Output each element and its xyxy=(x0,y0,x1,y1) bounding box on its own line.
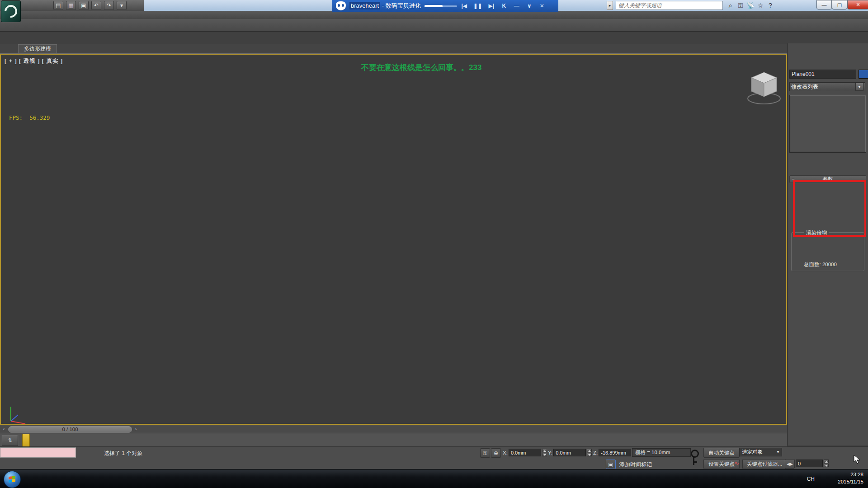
clock-time: 23:28 xyxy=(818,471,863,478)
grid-spacing-readout: 栅格 = 10.0mm xyxy=(632,448,691,457)
chevron-down-icon: ▼ xyxy=(776,450,780,454)
3dsmax-logo-icon xyxy=(2,2,19,20)
3dsmax-application-window: ▤▦▣↶↷▾ braveheart - 数码宝贝进化 |◀❚❚▶|K—∨✕ ▸ … xyxy=(0,0,868,488)
x-coord-field[interactable]: 0.0mm xyxy=(509,449,541,456)
modifier-list-label: 修改器列表 xyxy=(791,83,818,91)
search-binoculars-icon[interactable]: ⌕ xyxy=(726,1,736,10)
next-button[interactable]: ▶| xyxy=(488,3,495,9)
track-next-icon[interactable]: › xyxy=(133,426,139,432)
selection-prompt: 选择了 1 个对象 xyxy=(104,450,142,457)
minimize-button[interactable]: — xyxy=(513,3,520,9)
key-filters-curve-icon[interactable]: ∿ xyxy=(734,460,739,467)
object-color-swatch[interactable] xyxy=(859,70,868,79)
foobar-volume-slider[interactable] xyxy=(425,5,457,7)
y-coord-label: Y: xyxy=(548,450,552,455)
ribbon-panel-row: 多边形建模 xyxy=(0,44,868,54)
absolute-offset-toggle-icon[interactable]: ⊕ xyxy=(491,448,501,458)
y-spinner[interactable] xyxy=(587,449,592,456)
start-button[interactable] xyxy=(4,471,21,488)
key-step-icon[interactable]: ◀▶ xyxy=(785,459,795,469)
frame-slider[interactable] xyxy=(22,434,30,447)
close-button[interactable]: ✕ xyxy=(847,0,868,9)
foobar-skull-icon xyxy=(336,1,346,10)
y-coord-field[interactable]: 0.0mm xyxy=(553,449,586,456)
search-input[interactable] xyxy=(616,1,723,10)
viewcube[interactable] xyxy=(745,69,783,109)
x-coord-label: X: xyxy=(503,450,508,455)
help-icon[interactable]: ? xyxy=(765,1,775,10)
z-coord-label: Z: xyxy=(593,450,598,455)
viewport-scene xyxy=(1,55,786,424)
foobar2000-minibar: braveheart - 数码宝贝进化 |◀❚❚▶|K—∨✕ xyxy=(332,0,558,12)
search-expander-icon[interactable]: ▸ xyxy=(607,1,613,10)
total-faces-label: 总面数: 20000 xyxy=(804,261,837,268)
pause-button[interactable]: ❚❚ xyxy=(473,3,482,9)
viewport-fps: FPS: 56.329 xyxy=(9,114,50,121)
selection-set-dropdown[interactable]: 选定对象▼ xyxy=(740,448,782,456)
minimize-button[interactable]: — xyxy=(816,0,832,9)
application-menu-button[interactable] xyxy=(1,0,21,22)
mini-track-toggle-icon[interactable]: ⇅ xyxy=(2,435,18,446)
restore-button[interactable]: ▢ xyxy=(832,0,847,9)
language-indicator[interactable]: CH xyxy=(807,476,815,482)
save-file-icon[interactable]: ▣ xyxy=(79,1,89,10)
open-file-icon[interactable]: ▦ xyxy=(66,1,76,10)
frame-spinner[interactable] xyxy=(824,460,829,467)
viewport-label[interactable]: [ + ] [ 透视 ] [ 真实 ] xyxy=(5,57,63,65)
object-name-field[interactable]: Plane001 xyxy=(789,70,856,79)
key-icon[interactable]: ⚿ xyxy=(736,1,745,10)
clock-date: 2015/11/15 xyxy=(818,478,863,485)
close-button[interactable]: ✕ xyxy=(538,3,546,9)
modifier-list-dropdown[interactable]: 修改器列表 ▼ xyxy=(789,82,865,91)
isolate-selection-icon[interactable]: ▣ xyxy=(606,460,616,469)
windows-flag-icon xyxy=(9,476,16,483)
time-slider-ruler[interactable]: ⇅ xyxy=(0,433,787,447)
auto-key-button[interactable]: 自动关键点 xyxy=(703,448,740,458)
taskbar-clock[interactable]: 23:28 2015/11/15 xyxy=(818,471,866,485)
previous-button[interactable]: |◀ xyxy=(461,3,468,9)
command-panel: Plane001 修改器列表 ▼ −参数 渲染倍增 总面数: 20000 xyxy=(787,43,868,446)
infocenter-search: ▸ ⌕⚿📡☆? xyxy=(607,0,775,10)
status-bar: 选择了 1 个对象 ⚿ ⊕ X: 0.0mm Y: 0.0mm Z: -16.8… xyxy=(0,446,868,469)
main-toolbar xyxy=(0,19,868,32)
annotation-note-top: 不要在意这根线是怎么回事。。233 xyxy=(361,62,481,73)
mouse-cursor xyxy=(854,455,861,466)
qat-dropdown-icon[interactable]: ▾ xyxy=(117,1,127,10)
selection-lock-icon[interactable]: ⚿ xyxy=(480,448,490,458)
communication-center-icon[interactable]: 📡 xyxy=(745,1,755,10)
world-axis-tripod xyxy=(5,403,32,427)
red-highlight-rectangle xyxy=(793,180,866,237)
add-time-tag[interactable]: 添加时间标记 xyxy=(619,461,652,469)
favorites-star-icon[interactable]: ☆ xyxy=(755,1,765,10)
quick-access-toolbar: ▤▦▣↶↷▾ xyxy=(0,0,144,11)
redo-icon[interactable]: ↷ xyxy=(104,1,114,10)
menu-bar xyxy=(0,11,868,19)
system-tray: CH xyxy=(807,469,818,488)
modifier-stack xyxy=(789,95,866,153)
track-bar: ‹ 0 / 100 › xyxy=(0,425,787,433)
ribbon-tabs xyxy=(0,32,868,44)
undo-icon[interactable]: ↶ xyxy=(91,1,101,10)
x-spinner[interactable] xyxy=(542,449,547,456)
tab-polygon-modeling[interactable]: 多边形建模 xyxy=(18,44,57,53)
chevron-down-icon: ▼ xyxy=(855,83,863,91)
current-frame-field[interactable]: 0 xyxy=(796,460,823,467)
foobar-now-playing: braveheart - 数码宝贝进化 xyxy=(349,2,421,10)
set-key-icon[interactable] xyxy=(689,449,701,467)
perspective-viewport[interactable] xyxy=(0,54,787,425)
z-coord-field[interactable]: -16.899mm xyxy=(599,449,631,456)
new-file-icon[interactable]: ▤ xyxy=(53,1,63,10)
window-controls: — ▢ ✕ xyxy=(816,0,868,9)
windows-taskbar: CH 23:28 2015/11/15 xyxy=(0,469,868,488)
popup-button[interactable]: ∨ xyxy=(526,3,533,9)
maxscript-mini-listener[interactable] xyxy=(0,447,76,458)
stop-button[interactable]: K xyxy=(500,3,508,9)
key-filters-button[interactable]: 关键点过滤器... xyxy=(742,459,787,469)
